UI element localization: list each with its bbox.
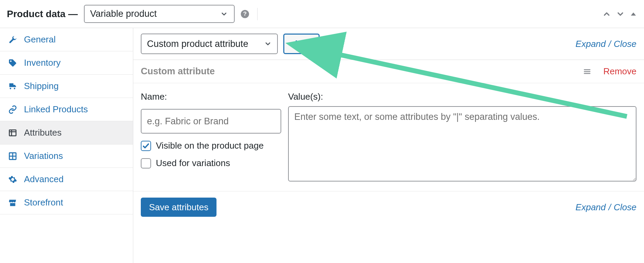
expand-link[interactable]: Expand	[575, 202, 606, 213]
attributes-toolbar: Custom product attribute Add Expand / Cl…	[133, 28, 644, 60]
header-divider	[257, 8, 258, 20]
store-icon	[8, 198, 18, 207]
attribute-row-header[interactable]: Custom attribute Remove	[133, 60, 644, 83]
sidebar-item-attributes[interactable]: Attributes	[0, 121, 133, 145]
remove-attribute-link[interactable]: Remove	[603, 66, 636, 77]
name-label: Name:	[141, 91, 281, 102]
checkbox-checked-icon	[141, 141, 151, 151]
values-label: Value(s):	[288, 91, 636, 102]
close-link[interactable]: Close	[614, 202, 636, 213]
chevron-up-icon[interactable]	[602, 10, 611, 18]
link-icon	[8, 105, 18, 114]
attributes-footer: Save attributes Expand / Close	[133, 191, 644, 223]
expand-link[interactable]: Expand	[575, 39, 606, 49]
expand-close-top: Expand / Close	[575, 39, 636, 49]
close-link[interactable]: Close	[614, 39, 636, 49]
add-attribute-button[interactable]: Add	[283, 34, 320, 54]
variations-checkbox-label: Used for variations	[156, 158, 230, 168]
tag-icon	[8, 59, 18, 67]
variations-checkbox-row[interactable]: Used for variations	[141, 158, 281, 168]
sidebar-item-label: Advanced	[24, 174, 64, 185]
truck-icon	[8, 82, 18, 91]
grid-icon	[8, 152, 18, 161]
header-controls	[602, 10, 637, 18]
sidebar: General Inventory Shipping Linked Produc…	[0, 28, 133, 263]
drag-handle-icon[interactable]	[583, 68, 592, 75]
checkbox-unchecked-icon	[141, 158, 151, 168]
wrench-icon	[8, 35, 18, 44]
save-button-label: Save attributes	[149, 202, 208, 212]
sidebar-item-inventory[interactable]: Inventory	[0, 51, 133, 75]
visible-checkbox-label: Visible on the product page	[156, 140, 264, 151]
sidebar-item-label: Variations	[24, 151, 63, 161]
svg-rect-1	[9, 130, 16, 136]
chevron-down-icon	[220, 10, 228, 18]
panel-header: Product data — Variable product ?	[0, 0, 644, 28]
expand-close-bottom: Expand / Close	[575, 202, 636, 213]
help-icon[interactable]: ?	[241, 10, 249, 18]
gear-icon	[8, 175, 18, 184]
save-attributes-button[interactable]: Save attributes	[141, 198, 216, 217]
sidebar-item-storefront[interactable]: Storefront	[0, 191, 133, 214]
content: Custom product attribute Add Expand / Cl…	[133, 28, 644, 263]
add-button-label: Add	[293, 39, 310, 49]
panel-title: Product data —	[7, 9, 78, 20]
sidebar-item-shipping[interactable]: Shipping	[0, 75, 133, 98]
attribute-body: Name: Visible on the product page Used f…	[133, 83, 644, 191]
chevron-down-icon[interactable]	[616, 10, 625, 18]
svg-marker-0	[631, 12, 636, 15]
sidebar-item-label: Shipping	[24, 81, 59, 91]
attribute-row-title: Custom attribute	[141, 66, 215, 77]
product-type-value: Variable product	[90, 9, 157, 19]
slash: /	[608, 202, 611, 213]
sidebar-item-label: Linked Products	[24, 104, 88, 115]
attribute-name-input[interactable]	[141, 109, 281, 134]
attr-right-column: Value(s):	[288, 91, 636, 181]
list-icon	[8, 128, 18, 137]
sidebar-item-label: Inventory	[24, 58, 61, 68]
sidebar-item-label: General	[24, 34, 56, 45]
sidebar-item-general[interactable]: General	[0, 28, 133, 51]
sidebar-item-label: Attributes	[24, 127, 62, 138]
product-type-select[interactable]: Variable product	[84, 5, 235, 23]
chevron-down-icon	[264, 40, 272, 48]
sidebar-item-label: Storefront	[24, 197, 63, 208]
slash: /	[608, 39, 611, 49]
caret-up-icon[interactable]	[630, 10, 637, 18]
sidebar-item-linked-products[interactable]: Linked Products	[0, 98, 133, 121]
attribute-values-textarea[interactable]	[288, 106, 636, 181]
sidebar-item-variations[interactable]: Variations	[0, 145, 133, 168]
attribute-type-value: Custom product attribute	[147, 39, 248, 49]
attribute-type-select[interactable]: Custom product attribute	[141, 34, 278, 54]
panel-body: General Inventory Shipping Linked Produc…	[0, 28, 644, 263]
visible-checkbox-row[interactable]: Visible on the product page	[141, 140, 281, 151]
attr-left-column: Name: Visible on the product page Used f…	[141, 91, 281, 181]
sidebar-item-advanced[interactable]: Advanced	[0, 168, 133, 191]
